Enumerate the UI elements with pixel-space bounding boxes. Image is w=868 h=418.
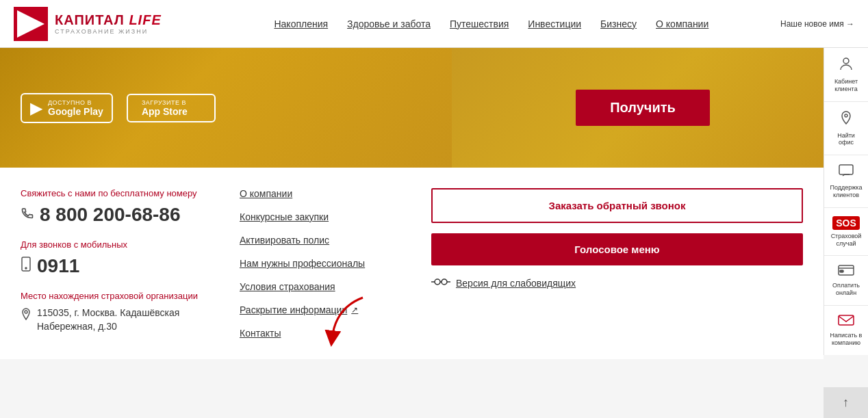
address-label: Место нахождения страховой организации	[21, 291, 205, 301]
sos-badge: SOS	[832, 216, 860, 230]
actions-column: Заказать обратный звонок Голосовое меню …	[418, 188, 803, 339]
banner-area: ▶ ДОСТУПНО В Google Play Загрузите в App…	[0, 48, 868, 168]
sidebar-label-cabinet: Кабинет клиента	[834, 78, 858, 93]
nav-health[interactable]: Здоровье и забота	[347, 18, 431, 29]
blind-label: Версия для слабовидящих	[456, 278, 576, 289]
logo-area: КАПИТАЛ LIFE СТРАХОВАНИЕ ЖИЗНИ	[14, 7, 162, 41]
sidebar-item-pay[interactable]: Оплатить онлайн	[824, 256, 868, 306]
blind-version[interactable]: Версия для слабовидящих	[431, 276, 803, 290]
app-store-small: Загрузите в	[142, 99, 188, 106]
address-text: 115035, г. Москва. Кадашёвская Набережна…	[37, 306, 205, 333]
sidebar-label-office: Найти офис	[837, 132, 855, 147]
footer-link-about[interactable]: О компании	[240, 188, 404, 199]
google-play-large: Google Play	[48, 106, 103, 117]
sidebar-item-sos[interactable]: SOS Страховой случай	[824, 208, 868, 257]
sidebar-right: Кабинет клиента Найти офис Поддержка кли…	[824, 48, 868, 355]
google-play-small: ДОСТУПНО В	[48, 99, 103, 106]
sidebar-label-pay: Оплатить онлайн	[832, 282, 860, 297]
footer-link-activate[interactable]: Активировать полис	[240, 235, 404, 246]
external-link-icon: ↗	[351, 305, 358, 315]
footer-link-conditions[interactable]: Условия страхования	[240, 281, 404, 292]
card-icon	[838, 264, 854, 279]
svg-point-12	[435, 279, 440, 285]
header: КАПИТАЛ LIFE СТРАХОВАНИЕ ЖИЗНИ Накоплени…	[0, 0, 868, 48]
callback-button[interactable]: Заказать обратный звонок	[431, 188, 803, 223]
logo-icon	[14, 7, 48, 41]
phone-number: 8 800 200-68-86	[40, 204, 181, 226]
links-column: О компании Конкурсные закупки Активирова…	[226, 188, 418, 339]
svg-point-2	[843, 58, 849, 64]
new-name-label: Наше новое имя →	[780, 19, 854, 29]
voice-button[interactable]: Голосовое меню	[431, 233, 803, 265]
svg-rect-8	[839, 315, 854, 325]
disclosure-label: Раскрытие информации	[240, 304, 347, 315]
contact-phone: 8 800 200-68-86	[21, 204, 205, 226]
chat-icon	[838, 164, 854, 181]
short-number: 0911	[37, 255, 79, 277]
get-button[interactable]: Получить	[576, 90, 710, 126]
svg-point-11	[25, 311, 27, 313]
sidebar-label-sos: Страховой случай	[831, 233, 862, 248]
logo-text: КАПИТАЛ LIFE СТРАХОВАНИЕ ЖИЗНИ	[55, 12, 162, 35]
sidebar-item-cabinet[interactable]: Кабинет клиента	[824, 48, 868, 102]
footer-link-contacts[interactable]: Контакты	[240, 328, 404, 339]
footer-link-purchases[interactable]: Конкурсные закупки	[240, 211, 404, 222]
svg-rect-7	[840, 270, 843, 272]
sidebar-item-support[interactable]: Поддержка клиентов	[824, 155, 868, 208]
logo-main: КАПИТАЛ LIFE	[55, 12, 162, 28]
svg-rect-4	[839, 165, 853, 174]
scroll-to-top[interactable]: ↑	[824, 387, 868, 418]
sidebar-item-office[interactable]: Найти офис	[824, 102, 868, 156]
banner-middle: Получить	[452, 48, 834, 168]
logo-sub-text: СТРАХОВАНИЕ ЖИЗНИ	[55, 28, 162, 35]
banner-left: ▶ ДОСТУПНО В Google Play Загрузите в App…	[0, 48, 452, 168]
blind-icon	[431, 276, 450, 290]
google-play-badge[interactable]: ▶ ДОСТУПНО В Google Play	[21, 93, 113, 123]
location-icon	[839, 110, 854, 129]
logo-main-text: КАПИТАЛ	[55, 12, 125, 27]
logo-life-text: LIFE	[129, 12, 161, 27]
person-icon	[838, 56, 854, 75]
phone-icon	[21, 206, 34, 224]
free-call-label: Свяжитесь с нами по бесплатному номеру	[21, 188, 205, 198]
mobile-icon	[21, 257, 31, 276]
svg-point-3	[845, 114, 847, 117]
email-icon	[838, 314, 854, 329]
nav-about[interactable]: О компании	[656, 18, 709, 29]
footer-area: Свяжитесь с нами по бесплатному номеру 8…	[0, 168, 824, 359]
nav-savings[interactable]: Накопления	[274, 18, 328, 29]
footer-link-disclosure[interactable]: Раскрытие информации ↗	[240, 304, 404, 315]
arrow-annotation	[322, 294, 376, 349]
nav-business[interactable]: Бизнесу	[600, 18, 637, 29]
sidebar-label-write: Написать в компанию	[830, 332, 863, 347]
nav-invest[interactable]: Инвестиции	[528, 18, 581, 29]
nav-travel[interactable]: Путешествия	[450, 18, 509, 29]
main-nav: Накопления Здоровье и забота Путешествия…	[203, 18, 780, 29]
contact-address: 115035, г. Москва. Кадашёвская Набережна…	[21, 306, 205, 333]
svg-point-10	[25, 267, 27, 269]
short-number-display: 0911	[21, 255, 205, 277]
address-location-icon	[21, 308, 31, 326]
app-store-large: App Store	[142, 106, 188, 117]
google-play-icon: ▶	[30, 99, 42, 118]
sidebar-label-support: Поддержка клиентов	[830, 184, 863, 199]
contact-column: Свяжитесь с нами по бесплатному номеру 8…	[21, 188, 226, 339]
app-store-badge[interactable]: Загрузите в App Store	[127, 94, 216, 122]
mobile-label: Для звонков с мобильных	[21, 239, 205, 250]
footer-link-jobs[interactable]: Нам нужны профессионалы	[240, 258, 404, 269]
new-name-link[interactable]: Наше новое имя →	[780, 19, 854, 29]
sidebar-item-write[interactable]: Написать в компанию	[824, 306, 868, 355]
svg-point-13	[442, 279, 447, 285]
